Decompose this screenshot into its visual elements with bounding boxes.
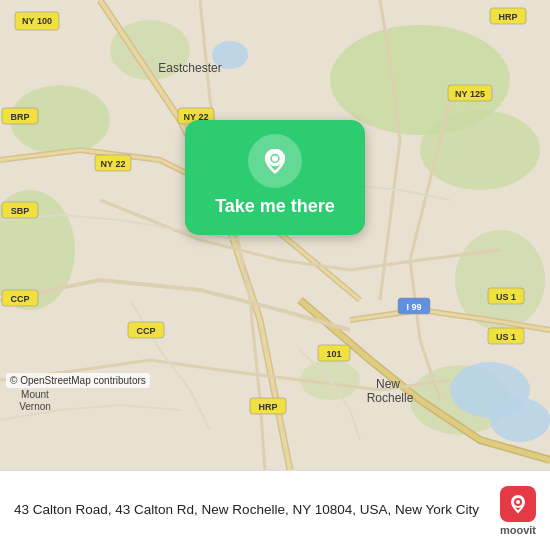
- moovit-logo: moovit: [500, 486, 536, 536]
- svg-text:US 1: US 1: [496, 332, 516, 342]
- svg-point-11: [490, 398, 550, 442]
- svg-text:101: 101: [326, 349, 341, 359]
- svg-text:I 99: I 99: [406, 302, 421, 312]
- svg-text:HRP: HRP: [258, 402, 277, 412]
- svg-text:Mount: Mount: [21, 389, 49, 400]
- svg-text:Eastchester: Eastchester: [158, 61, 221, 75]
- svg-text:CCP: CCP: [10, 294, 29, 304]
- svg-text:Vernon: Vernon: [19, 401, 51, 412]
- svg-text:BRP: BRP: [10, 112, 29, 122]
- svg-text:US 1: US 1: [496, 292, 516, 302]
- pin-circle: [248, 134, 302, 188]
- svg-text:NY 125: NY 125: [455, 89, 485, 99]
- svg-text:CCP: CCP: [136, 326, 155, 336]
- svg-point-46: [272, 155, 278, 161]
- osm-attribution: © OpenStreetMap contributors: [6, 373, 150, 388]
- svg-text:New: New: [376, 377, 400, 391]
- address-text: 43 Calton Road, 43 Calton Rd, New Rochel…: [14, 501, 490, 520]
- moovit-icon: [500, 486, 536, 522]
- moovit-brand-text: moovit: [500, 524, 536, 536]
- cta-button[interactable]: Take me there: [215, 196, 335, 217]
- map-view: NY 100 HRP NY 125 NY 22 NY 22 BRP SBP CC…: [0, 0, 550, 470]
- bottom-bar: 43 Calton Road, 43 Calton Rd, New Rochel…: [0, 470, 550, 550]
- svg-text:NY 22: NY 22: [101, 159, 126, 169]
- svg-text:Rochelle: Rochelle: [367, 391, 414, 405]
- cta-card: Take me there: [185, 120, 365, 235]
- svg-text:HRP: HRP: [498, 12, 517, 22]
- location-pin-icon: [260, 146, 290, 176]
- svg-text:SBP: SBP: [11, 206, 30, 216]
- svg-text:NY 100: NY 100: [22, 16, 52, 26]
- svg-point-48: [516, 500, 520, 504]
